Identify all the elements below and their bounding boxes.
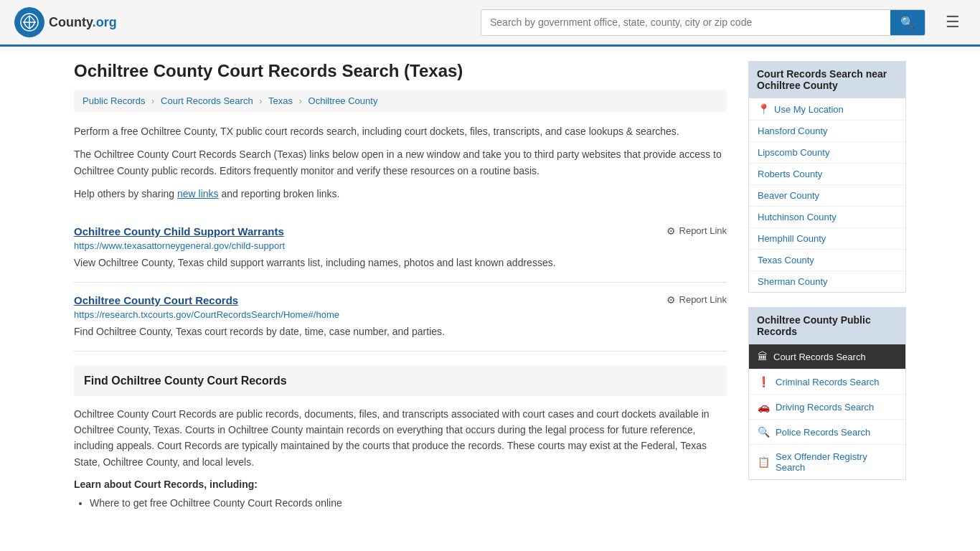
- sidebar-public-records-header: Ochiltree County Public Records: [748, 307, 906, 344]
- search-icon: 🔍: [900, 17, 915, 29]
- intro-paragraph-1: Perform a free Ochiltree County, TX publ…: [74, 123, 727, 139]
- learn-title: Learn about Court Records, including:: [74, 479, 727, 490]
- intro-paragraph-3: Help others by sharing new links and rep…: [74, 186, 727, 202]
- criminal-records-icon: ❗: [758, 376, 770, 387]
- record-desc-1: Find Ochiltree County, Texas court recor…: [74, 324, 727, 339]
- location-pin-icon: 📍: [758, 103, 770, 115]
- menu-button[interactable]: ☰: [940, 10, 966, 34]
- use-location-link[interactable]: Use My Location: [774, 104, 844, 115]
- site-logo[interactable]: County.org: [14, 7, 117, 37]
- sidebar-public-records-section: Ochiltree County Public Records 🏛 Court …: [748, 307, 906, 480]
- sidebar-pr-driving-records[interactable]: 🚗 Driving Records Search: [749, 395, 905, 420]
- breadcrumb-texas[interactable]: Texas: [268, 95, 293, 106]
- search-bar: 🔍: [481, 9, 925, 36]
- find-desc: Ochiltree County Court Records are publi…: [74, 406, 727, 471]
- report-icon-0: ⚙: [666, 225, 676, 237]
- search-button[interactable]: 🔍: [890, 10, 925, 35]
- logo-icon: [14, 7, 44, 37]
- hamburger-icon: ☰: [946, 13, 960, 31]
- sidebar-item-hutchinson[interactable]: Hutchinson County: [749, 207, 905, 228]
- sidebar-pr-sex-offender[interactable]: 📋 Sex Offender Registry Search: [749, 445, 905, 479]
- sidebar-item-hansford[interactable]: Hansford County: [749, 121, 905, 142]
- find-section-header: Find Ochiltree County Court Records: [74, 366, 727, 396]
- sidebar-nearby-header: Court Records Search near Ochiltree Coun…: [748, 61, 906, 98]
- sidebar-pr-court-records[interactable]: 🏛 Court Records Search: [749, 344, 905, 369]
- intro-paragraph-2: The Ochiltree County Court Records Searc…: [74, 146, 727, 179]
- breadcrumb-county[interactable]: Ochiltree County: [308, 95, 378, 106]
- sidebar-nearby-list: 📍 Use My Location Hansford County Lipsco…: [748, 98, 906, 293]
- learn-list: Where to get free Ochiltree County Court…: [90, 494, 727, 512]
- learn-item-0: Where to get free Ochiltree County Court…: [90, 494, 727, 512]
- police-records-icon: 🔍: [758, 426, 770, 438]
- breadcrumb: Public Records › Court Records Search › …: [74, 90, 727, 112]
- report-link-1[interactable]: ⚙ Report Link: [666, 294, 727, 306]
- sidebar-nearby-section: Court Records Search near Ochiltree Coun…: [748, 61, 906, 293]
- record-item-0: Ochiltree County Child Support Warrants …: [74, 214, 727, 283]
- site-header: County.org 🔍 ☰: [0, 0, 980, 47]
- sidebar-item-texas[interactable]: Texas County: [749, 250, 905, 271]
- court-records-icon: 🏛: [758, 351, 768, 362]
- main-container: Ochiltree County Court Records Search (T…: [60, 47, 920, 527]
- sidebar-pr-police-records[interactable]: 🔍 Police Records Search: [749, 420, 905, 445]
- record-url-1: https://research.txcourts.gov/CourtRecor…: [74, 309, 727, 320]
- find-section-title: Find Ochiltree County Court Records: [84, 375, 717, 387]
- content-area: Ochiltree County Court Records Search (T…: [74, 61, 727, 512]
- new-links-link[interactable]: new links: [177, 188, 219, 199]
- sidebar-item-beaver[interactable]: Beaver County: [749, 185, 905, 207]
- record-url-0: https://www.texasattorneygeneral.gov/chi…: [74, 240, 727, 251]
- sidebar-pr-criminal-records[interactable]: ❗ Criminal Records Search: [749, 369, 905, 395]
- breadcrumb-public-records[interactable]: Public Records: [83, 95, 145, 106]
- driving-records-icon: 🚗: [758, 401, 770, 413]
- report-link-0[interactable]: ⚙ Report Link: [666, 225, 727, 237]
- sidebar-item-roberts[interactable]: Roberts County: [749, 164, 905, 185]
- sidebar-item-lipscomb[interactable]: Lipscomb County: [749, 142, 905, 164]
- record-desc-0: View Ochiltree County, Texas child suppo…: [74, 255, 727, 270]
- breadcrumb-court-records[interactable]: Court Records Search: [161, 95, 253, 106]
- sidebar: Court Records Search near Ochiltree Coun…: [748, 61, 906, 512]
- page-title: Ochiltree County Court Records Search (T…: [74, 61, 727, 81]
- sidebar-public-records-list: 🏛 Court Records Search ❗ Criminal Record…: [748, 344, 906, 480]
- sex-offender-icon: 📋: [758, 456, 770, 468]
- sidebar-item-hemphill[interactable]: Hemphill County: [749, 228, 905, 250]
- record-title-1[interactable]: Ochiltree County Court Records: [74, 294, 238, 306]
- report-icon-1: ⚙: [666, 294, 676, 306]
- record-item-1: Ochiltree County Court Records ⚙ Report …: [74, 283, 727, 352]
- logo-text: County.org: [49, 15, 117, 30]
- sidebar-use-location[interactable]: 📍 Use My Location: [749, 98, 905, 121]
- record-title-0[interactable]: Ochiltree County Child Support Warrants: [74, 225, 284, 237]
- sidebar-item-sherman[interactable]: Sherman County: [749, 271, 905, 292]
- search-input[interactable]: [481, 10, 890, 35]
